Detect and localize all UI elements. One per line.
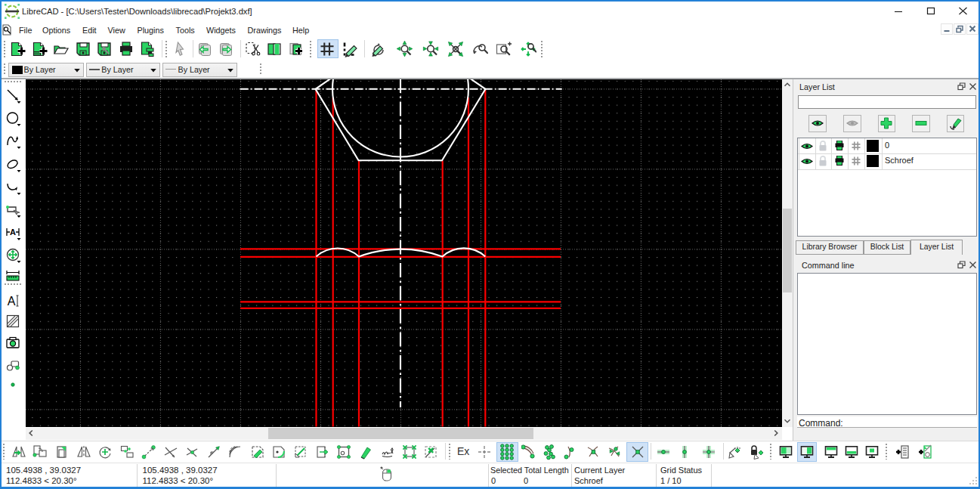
svg-text:A: A — [7, 295, 15, 308]
svg-text:A: A — [10, 227, 16, 237]
